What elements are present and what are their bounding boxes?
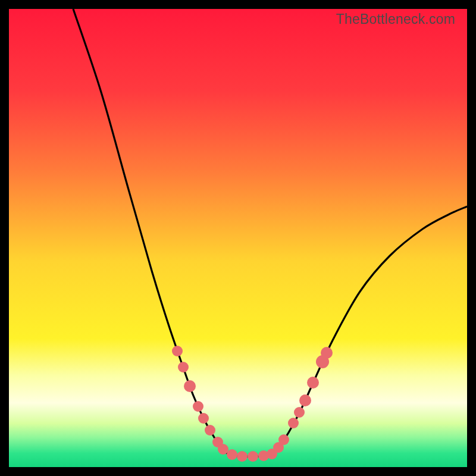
data-marker xyxy=(198,413,209,424)
chart-plot xyxy=(9,9,467,467)
data-marker xyxy=(218,444,228,455)
data-marker xyxy=(299,394,311,406)
data-marker xyxy=(278,434,289,445)
data-marker xyxy=(184,380,196,392)
data-marker xyxy=(227,449,237,460)
data-marker xyxy=(205,425,215,436)
bottleneck-curve xyxy=(73,9,467,456)
data-marker xyxy=(178,362,189,372)
data-marker xyxy=(307,377,319,389)
data-marker xyxy=(288,418,299,428)
data-marker xyxy=(248,451,258,462)
data-marker xyxy=(193,401,203,412)
data-markers-group xyxy=(172,346,333,462)
chart-frame: TheBottleneck.com xyxy=(9,9,467,467)
data-marker xyxy=(237,451,248,462)
data-marker xyxy=(172,346,183,356)
watermark-text: TheBottleneck.com xyxy=(336,11,455,27)
data-marker xyxy=(294,407,305,418)
data-marker xyxy=(321,347,333,359)
